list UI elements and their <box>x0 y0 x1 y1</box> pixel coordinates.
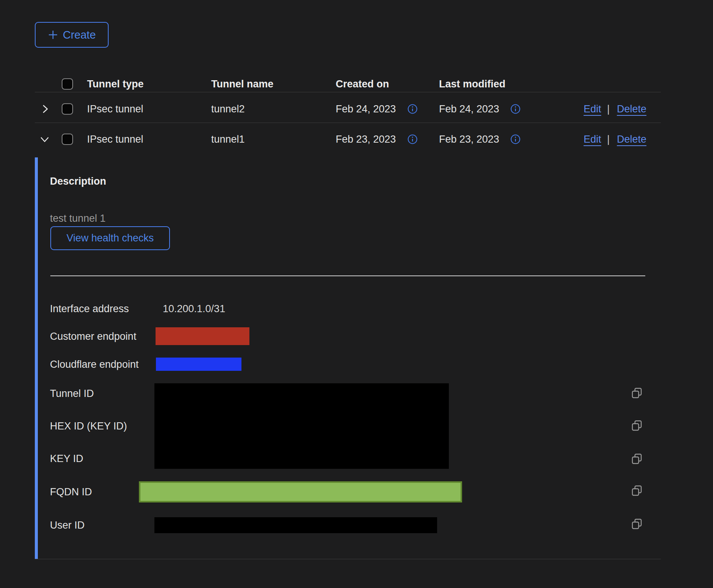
column-header-created-on: Created on <box>336 78 389 90</box>
select-all-checkbox[interactable] <box>62 78 73 90</box>
detail-label-key-id: KEY ID <box>50 453 83 464</box>
actions-separator: | <box>607 134 610 145</box>
description-label: Description <box>50 176 106 187</box>
detail-label-cloudflare-endpoint: Cloudflare endpoint <box>50 359 139 370</box>
delete-link[interactable]: Delete <box>617 134 646 145</box>
row-divider <box>35 123 661 123</box>
column-header-tunnel-name: Tunnel name <box>211 78 274 90</box>
copy-icon[interactable] <box>631 453 643 465</box>
redaction-customer-endpoint <box>156 327 249 345</box>
created-on-cell: Feb 23, 2023 <box>336 134 396 145</box>
redaction-fqdn-id <box>139 481 462 502</box>
section-divider <box>50 275 645 276</box>
copy-icon[interactable] <box>631 387 643 399</box>
create-button[interactable]: Create <box>35 22 109 48</box>
detail-label-interface-address: Interface address <box>50 303 129 314</box>
info-icon[interactable] <box>511 104 520 114</box>
redaction-user-id <box>154 517 437 533</box>
row-checkbox[interactable] <box>62 103 73 115</box>
tunnels-page: Create Tunnel type Tunnel name Created o… <box>0 0 713 588</box>
tunnel-type-cell: IPsec tunnel <box>87 134 143 145</box>
edit-link[interactable]: Edit <box>584 103 601 115</box>
create-button-label: Create <box>63 29 96 41</box>
header-divider <box>35 92 661 92</box>
chevron-right-icon[interactable] <box>40 104 50 114</box>
actions-separator: | <box>607 103 610 115</box>
tunnel-name-cell: tunnel2 <box>211 103 245 115</box>
info-icon[interactable] <box>408 134 417 144</box>
detail-label-user-id: User ID <box>50 520 85 531</box>
redaction-cloudflare-endpoint <box>156 358 241 371</box>
expanded-row-indicator-bar <box>35 157 38 559</box>
edit-link[interactable]: Edit <box>584 134 601 145</box>
plus-icon <box>48 30 58 40</box>
detail-label-customer-endpoint: Customer endpoint <box>50 331 136 342</box>
row-checkbox[interactable] <box>62 134 73 145</box>
created-on-cell: Feb 24, 2023 <box>336 103 396 115</box>
description-value: test tunnel 1 <box>50 213 106 224</box>
tunnel-type-cell: IPsec tunnel <box>87 103 143 115</box>
tunnel-name-cell: tunnel1 <box>211 134 245 145</box>
copy-icon[interactable] <box>631 518 643 530</box>
copy-icon[interactable] <box>631 485 643 497</box>
last-modified-cell: Feb 24, 2023 <box>439 103 499 115</box>
info-icon[interactable] <box>408 104 417 114</box>
copy-icon[interactable] <box>631 420 643 432</box>
detail-label-hex-id: HEX ID (KEY ID) <box>50 420 127 432</box>
delete-link[interactable]: Delete <box>617 103 646 115</box>
view-health-checks-button[interactable]: View health checks <box>50 226 170 250</box>
chevron-down-icon[interactable] <box>39 134 50 144</box>
detail-label-fqdn-id: FQDN ID <box>50 486 92 498</box>
detail-label-tunnel-id: Tunnel ID <box>50 388 94 399</box>
detail-value-interface-address: 10.200.1.0/31 <box>163 303 225 314</box>
table-bottom-divider <box>35 559 661 559</box>
column-header-tunnel-type: Tunnel type <box>87 78 144 90</box>
last-modified-cell: Feb 23, 2023 <box>439 134 499 145</box>
column-header-last-modified: Last modified <box>439 78 506 90</box>
redaction-id-group <box>154 383 449 469</box>
info-icon[interactable] <box>511 134 520 144</box>
